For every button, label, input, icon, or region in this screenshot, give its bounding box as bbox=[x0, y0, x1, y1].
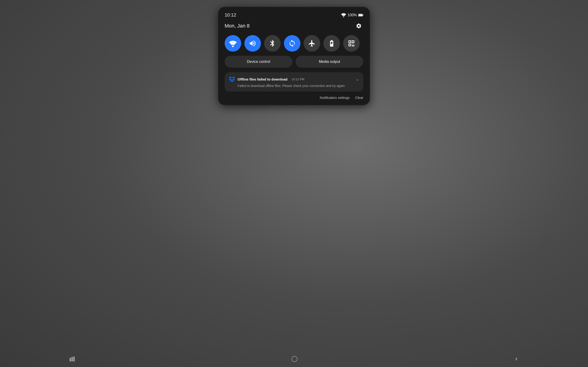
clear-button[interactable]: Clear bbox=[355, 96, 363, 100]
notification-panel: 10:12 100% Mon, Jan 8 bbox=[218, 7, 370, 105]
notification-title-row: Offline files failed to download 10:12 P… bbox=[229, 76, 304, 82]
status-time: 10:12 bbox=[225, 12, 236, 18]
svg-rect-7 bbox=[73, 357, 75, 361]
media-output-button[interactable]: Media output bbox=[296, 56, 363, 68]
wifi-toggle-icon bbox=[229, 40, 237, 47]
settings-button[interactable] bbox=[354, 21, 363, 31]
battery-percent: 100% bbox=[347, 13, 357, 17]
svg-rect-2 bbox=[359, 14, 362, 16]
battery-icon bbox=[358, 13, 363, 17]
qr-toggle[interactable] bbox=[343, 35, 360, 52]
battery-saver-toggle[interactable] bbox=[323, 35, 340, 52]
control-buttons: Device control Media output bbox=[225, 56, 363, 68]
recent-apps-icon bbox=[69, 356, 75, 362]
settings-icon bbox=[356, 23, 362, 29]
svg-rect-6 bbox=[72, 357, 73, 361]
notification-time: 10:12 PM bbox=[292, 77, 304, 81]
sound-toggle[interactable] bbox=[244, 35, 261, 52]
device-control-button[interactable]: Device control bbox=[225, 56, 292, 68]
chevron-down-icon[interactable]: ⌄ bbox=[356, 77, 359, 82]
bluetooth-icon bbox=[268, 40, 276, 47]
svg-rect-8 bbox=[292, 356, 297, 362]
airplane-icon bbox=[308, 40, 316, 47]
qr-icon bbox=[347, 40, 355, 47]
svg-rect-3 bbox=[363, 15, 363, 15]
notification-actions: Notification settings Clear bbox=[225, 95, 363, 100]
battery-saver-icon bbox=[328, 40, 336, 47]
date-text: Mon, Jan 8 bbox=[225, 23, 250, 29]
wifi-toggle[interactable] bbox=[225, 35, 241, 52]
recent-apps-button[interactable] bbox=[69, 356, 75, 362]
sync-icon bbox=[288, 40, 296, 47]
notification-header: Offline files failed to download 10:12 P… bbox=[229, 76, 359, 82]
sync-toggle[interactable] bbox=[284, 35, 300, 52]
notification-title: Offline files failed to download bbox=[237, 77, 288, 81]
wifi-status-icon bbox=[341, 13, 346, 17]
notification-body: Failed to download offline files. Please… bbox=[229, 84, 359, 88]
dropbox-app-icon bbox=[229, 76, 235, 82]
bottom-nav bbox=[0, 351, 588, 367]
header-row: Mon, Jan 8 bbox=[225, 21, 363, 31]
status-icons: 100% bbox=[341, 13, 363, 17]
svg-rect-5 bbox=[70, 358, 71, 361]
sound-icon bbox=[249, 40, 257, 47]
notification-settings-button[interactable]: Notification settings bbox=[320, 96, 350, 100]
home-button[interactable] bbox=[291, 355, 298, 363]
airplane-toggle[interactable] bbox=[304, 35, 320, 52]
quick-toggles bbox=[225, 35, 363, 52]
svg-point-4 bbox=[232, 45, 233, 47]
back-button[interactable] bbox=[514, 356, 519, 362]
svg-point-0 bbox=[343, 16, 344, 17]
home-icon bbox=[291, 355, 298, 363]
notification-card: Offline files failed to download 10:12 P… bbox=[225, 72, 363, 92]
back-icon bbox=[514, 356, 519, 362]
status-bar: 10:12 100% bbox=[225, 12, 363, 18]
bluetooth-toggle[interactable] bbox=[264, 35, 281, 52]
